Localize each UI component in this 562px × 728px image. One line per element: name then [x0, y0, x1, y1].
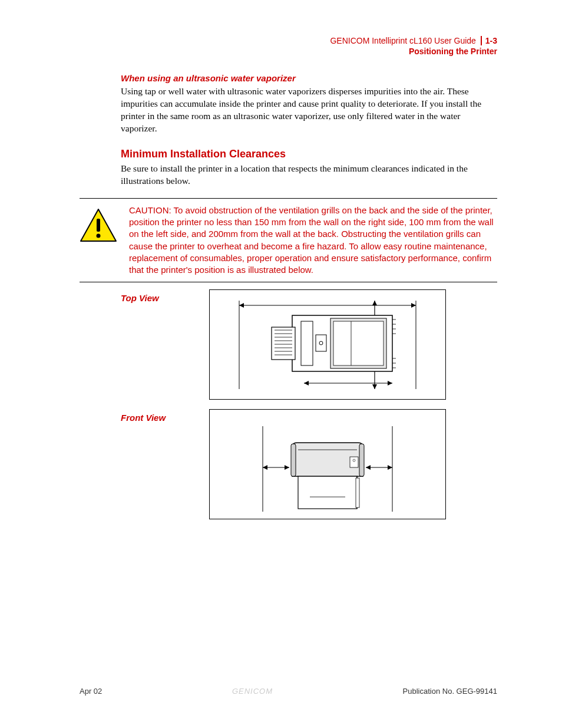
caution-text: CAUTION: To avoid obstruction of the ven… [129, 205, 497, 276]
svg-marker-4 [239, 303, 244, 308]
svg-marker-40 [263, 465, 267, 470]
page-number: 1-3 [481, 36, 497, 45]
doc-title: GENICOM Intelliprint cL160 User Guide [330, 36, 475, 45]
vaporizer-heading: When using an ultrasonic water vaporizer [121, 73, 497, 83]
svg-marker-44 [388, 465, 392, 470]
page-header: GENICOM Intelliprint cL160 User Guide 1-… [80, 35, 497, 57]
svg-rect-45 [291, 444, 296, 476]
footer-brand: GENICOM [232, 687, 273, 696]
warning-icon [80, 208, 117, 245]
svg-marker-35 [304, 381, 309, 386]
svg-rect-21 [301, 321, 313, 365]
front-view-diagram [209, 409, 446, 519]
section-name: Positioning the Printer [80, 46, 497, 57]
svg-marker-10 [372, 384, 377, 389]
svg-marker-9 [372, 301, 377, 305]
svg-marker-41 [285, 465, 289, 470]
page-footer: Apr 02 GENICOM Publication No. GEG-99141 [80, 687, 497, 696]
svg-marker-36 [388, 381, 392, 386]
footer-pub: Publication No. GEG-99141 [403, 687, 497, 696]
svg-marker-5 [411, 303, 416, 308]
top-view-diagram [209, 289, 446, 400]
clearances-heading: Minimum Installation Clearances [121, 148, 497, 160]
caution-block: CAUTION: To avoid obstruction of the ven… [80, 198, 497, 283]
top-view-label: Top View [121, 292, 209, 303]
svg-point-2 [97, 233, 101, 238]
svg-rect-22 [316, 335, 326, 351]
svg-rect-1 [97, 219, 100, 232]
svg-rect-48 [350, 457, 358, 467]
svg-marker-43 [366, 465, 371, 470]
clearances-body: Be sure to install the printer in a loca… [121, 163, 497, 187]
footer-date: Apr 02 [80, 687, 102, 696]
vaporizer-body: Using tap or well water with ultrasonic … [121, 85, 497, 135]
svg-rect-52 [356, 478, 359, 508]
front-view-label: Front View [121, 411, 209, 423]
svg-rect-25 [333, 321, 384, 365]
svg-rect-50 [298, 476, 357, 509]
svg-rect-46 [359, 444, 364, 476]
